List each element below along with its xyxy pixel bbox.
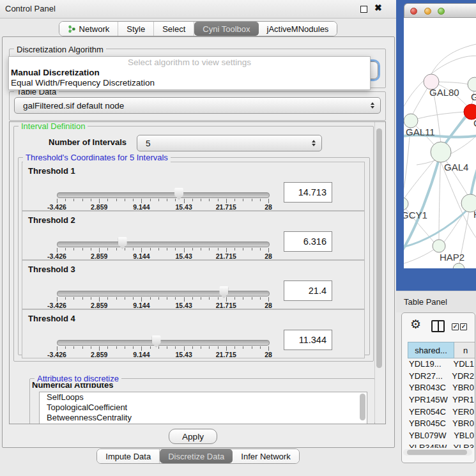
scrollbar-thumb[interactable] — [376, 128, 382, 368]
threshold-row: Threshold 1-3.4262.8599.14415.4321.71528… — [22, 162, 365, 211]
tab-network[interactable]: Network — [59, 22, 119, 36]
network-node-label: GCY1 — [404, 210, 427, 220]
table-row[interactable]: YBR043CYBR0 — [408, 382, 474, 394]
tab-jactivemnodules[interactable]: jActiveMNodules — [259, 22, 337, 36]
cell-name: YLR3 — [452, 442, 474, 448]
attributes-group-title: Attributes to discretize — [35, 374, 121, 383]
dropdown-option-equal-width-frequency-discretization[interactable]: Equal Width/Frequency Discretization — [9, 78, 370, 88]
table-row[interactable]: YBL079WYBL0 — [408, 430, 474, 442]
num-intervals-spinner[interactable]: 5 — [137, 135, 322, 151]
network-node-g[interactable] — [468, 77, 476, 91]
tick-label: 21.715 — [216, 351, 236, 358]
tab-discretize-data[interactable]: Discretize Data — [160, 449, 233, 463]
table-data-selected: galFiltered.sif default node — [23, 98, 124, 113]
gear-icon[interactable]: ⚙ — [410, 317, 421, 331]
checkbox-icon[interactable]: ✓ — [460, 323, 467, 330]
algorithm-group-title: Discretization Algorithm — [14, 45, 106, 54]
table-data-combobox[interactable]: galFiltered.sif default node — [14, 97, 381, 114]
slider-track — [57, 340, 270, 346]
dropdown-placeholder: Select algorithm to view settings — [9, 57, 370, 68]
tab-label: Discretize Data — [168, 452, 224, 461]
table-row[interactable]: YER054CYER0 — [408, 406, 474, 418]
table-row[interactable]: YDL19...YDL1 — [408, 358, 474, 371]
threshold-value-field[interactable]: 21.4 — [284, 280, 332, 301]
settings-scrollpane: Interval Definition Number of Intervals … — [9, 121, 386, 424]
threshold-value-field[interactable]: 11.344 — [284, 330, 332, 350]
column-header-shared[interactable]: shared... — [408, 342, 454, 358]
network-node-label: GAL80 — [429, 87, 459, 98]
screen: Control Panel ✖ NetworkStyleSelectCyni T… — [0, 0, 476, 476]
network-node-hap2[interactable] — [433, 240, 445, 252]
checkbox-icon[interactable]: ✓ — [452, 323, 459, 330]
dropdown-option-manual-discretization[interactable]: Manual Discretization — [9, 68, 370, 78]
slider-tick-labels: -3.4262.8599.14415.4321.71528 — [57, 203, 268, 211]
tab-label: Infer Network — [241, 452, 290, 461]
settings-scrollbar[interactable] — [374, 122, 384, 422]
num-intervals-value: 5 — [146, 135, 151, 151]
network-node[interactable] — [453, 263, 464, 268]
float-window-icon[interactable] — [360, 6, 367, 13]
algorithm-dropdown-popup: Select algorithm to view settings Manual… — [8, 56, 371, 90]
top-tab-bar: NetworkStyleSelectCyni ToolboxjActiveMNo… — [0, 20, 396, 36]
cell-shared-name: YPR145W — [408, 394, 451, 406]
cell-name: YPR1 — [451, 394, 474, 406]
threshold-label: Threshold 3 — [28, 265, 75, 274]
tab-style[interactable]: Style — [118, 22, 154, 36]
tab-infer-network[interactable]: Infer Network — [233, 449, 298, 463]
tab-select[interactable]: Select — [154, 22, 194, 36]
tick-label: 15.43 — [175, 302, 192, 309]
zoom-traffic-light-icon[interactable] — [438, 8, 445, 15]
tick-label: 15.43 — [175, 252, 192, 260]
tick-label: -3.426 — [47, 351, 66, 358]
apply-button[interactable]: Apply — [169, 429, 217, 444]
table-row[interactable]: YLR345WYLR3 — [408, 442, 474, 448]
slider-tick-labels: -3.4262.8599.14415.4321.71528 — [57, 351, 268, 358]
network-node-gal4[interactable] — [431, 142, 451, 162]
cell-shared-name: YLR345W — [408, 442, 452, 448]
network-node-label: GAL4 — [444, 162, 468, 173]
tick-label: -3.426 — [47, 203, 66, 211]
close-icon[interactable]: ✖ — [374, 3, 382, 13]
spinner-arrows-icon[interactable] — [312, 140, 316, 146]
table-hscrollbar[interactable] — [403, 449, 472, 456]
table-panel-bar: Table Panel — [396, 291, 476, 312]
cell-shared-name: YBR043C — [408, 382, 451, 394]
tick-label: -3.426 — [47, 252, 66, 260]
table-row[interactable]: YDR27...YDR2 — [408, 371, 474, 383]
slider-track — [57, 291, 270, 296]
table-panel-title: Table Panel — [404, 291, 447, 312]
tab-cyni-toolbox[interactable]: Cyni Toolbox — [194, 22, 258, 36]
tab-label: Style — [127, 24, 145, 34]
tick-label: 15.43 — [175, 351, 192, 358]
network-view-canvas[interactable]: GAL80GCGAL11GAL4GCY1HHAP2 — [404, 18, 476, 268]
network-node-gal11[interactable] — [404, 114, 418, 128]
hscrollbar-thumb[interactable] — [407, 450, 467, 455]
cell-shared-name: YDR27... — [408, 371, 450, 383]
table-row[interactable]: YBR045CYBR0 — [408, 418, 474, 430]
spinner-arrows-icon[interactable] — [371, 102, 374, 109]
tab-impute-data[interactable]: Impute Data — [97, 449, 160, 463]
attribute-item[interactable]: BetweennessCentrality — [40, 413, 367, 423]
tick-label: 9.144 — [133, 203, 150, 211]
close-traffic-light-icon[interactable] — [410, 8, 417, 15]
table-row[interactable]: YPR145WYPR1 — [408, 394, 474, 406]
threshold-value-field[interactable]: 6.316 — [284, 231, 332, 252]
control-panel-titlebar: Control Panel ✖ — [0, 0, 396, 19]
network-node-gcy1[interactable] — [404, 197, 408, 210]
minimize-traffic-light-icon[interactable] — [424, 8, 431, 15]
numerical-attributes-list[interactable]: SelfLoopsTopologicalCoefficientBetweenne… — [39, 392, 367, 424]
bottom-tab-row: Impute DataDiscretize DataInfer Network — [96, 449, 299, 464]
cell-name: YBR0 — [451, 418, 474, 430]
interval-group-title: Interval Definition — [19, 121, 88, 131]
network-node-label: GAL11 — [406, 127, 435, 137]
list-scrollbar[interactable] — [360, 394, 365, 420]
threshold-value-field[interactable]: 14.713 — [284, 182, 332, 203]
tab-label: Network — [79, 24, 110, 34]
split-table-icon[interactable] — [431, 320, 445, 332]
num-intervals-label: Number of Intervals — [49, 137, 127, 147]
network-node-label: HAP2 — [440, 252, 464, 263]
tick-label: 28 — [265, 203, 272, 211]
attribute-item[interactable]: TopologicalCoefficient — [40, 403, 367, 413]
column-header-name[interactable]: n — [454, 342, 475, 358]
attribute-item[interactable]: SelfLoops — [40, 392, 367, 403]
